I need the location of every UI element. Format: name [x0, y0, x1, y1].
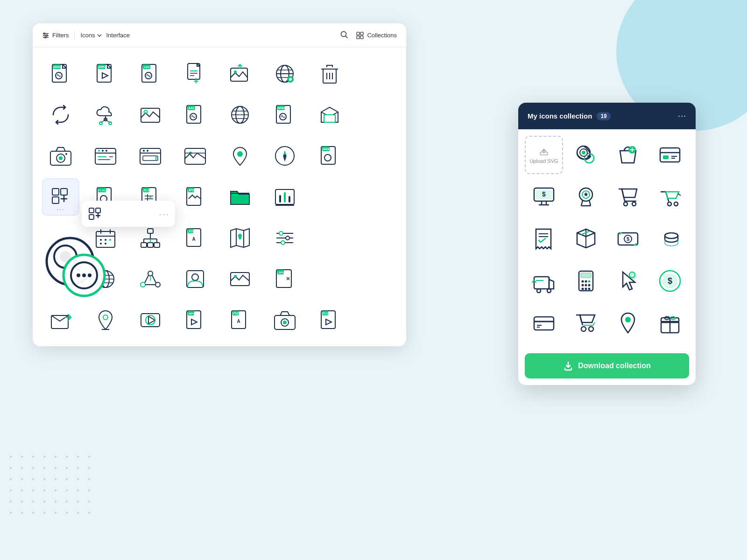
icon-image-upload[interactable] [221, 55, 259, 92]
col-icon-cart[interactable] [609, 178, 647, 216]
icon-photo[interactable] [132, 96, 169, 133]
icon-document[interactable] [176, 55, 214, 92]
svg-rect-63 [324, 115, 335, 122]
icon-folder[interactable] [221, 178, 259, 216]
icon-m4a[interactable]: .M4A [311, 137, 348, 175]
svg-point-162 [192, 274, 198, 280]
col-icon-card[interactable] [651, 136, 689, 174]
col-icon-banknote[interactable]: $ [609, 220, 647, 258]
svg-text:A: A [192, 237, 195, 242]
icon-wma[interactable]: .WMA [266, 96, 303, 133]
svg-line-7 [345, 36, 347, 38]
col-icon-credit-card[interactable] [525, 304, 563, 342]
icon-flv[interactable]: .FLV [311, 301, 348, 339]
col-icon-delivery[interactable] [525, 262, 563, 300]
col-icon-box[interactable] [567, 220, 605, 258]
svg-point-3 [44, 33, 45, 34]
icon-refresh[interactable] [42, 96, 79, 133]
svg-point-72 [106, 150, 107, 152]
icon-wav[interactable]: .WAV [42, 55, 79, 92]
svg-text:.WAV: .WAV [53, 65, 61, 69]
svg-rect-205 [663, 155, 669, 159]
icon-video-play[interactable] [132, 301, 169, 339]
svg-rect-96 [52, 197, 59, 203]
icon-email[interactable] [311, 96, 348, 133]
collection-header: My icons collection 19 ··· [518, 103, 696, 129]
filters-button[interactable]: Filters [42, 32, 69, 39]
col-icon-cart-move[interactable] [651, 178, 689, 216]
col-icon-award[interactable] [567, 178, 605, 216]
icon-globe-2[interactable] [221, 96, 259, 133]
tooltip-more-icon[interactable]: ··· [159, 209, 169, 219]
icon-trash[interactable] [311, 55, 348, 92]
svg-point-235 [537, 289, 541, 293]
svg-text:A: A [237, 319, 240, 324]
svg-line-158 [152, 275, 156, 283]
icon-map-pin-2[interactable] [87, 301, 124, 339]
col-icon-chat[interactable] [567, 136, 605, 174]
icon-psd[interactable]: .PSD A [221, 301, 259, 339]
col-icon-location[interactable] [609, 304, 647, 342]
icon-camera-2[interactable] [266, 301, 303, 339]
col-icon-receipt[interactable] [525, 220, 563, 258]
icon-wmv[interactable]: .WMV [87, 55, 124, 92]
svg-point-276 [82, 273, 86, 277]
svg-point-220 [624, 202, 627, 206]
col-icon-dollar-monitor[interactable]: $ [525, 178, 563, 216]
collection-more-button[interactable]: ··· [678, 111, 686, 121]
search-text: Interface [106, 32, 130, 39]
col-icon-cart-checkout[interactable] [567, 304, 605, 342]
icon-empty-12 [356, 301, 393, 339]
col-icon-shop-bag[interactable] [609, 136, 647, 174]
collection-panel: My icons collection 19 ··· Upload SVG [518, 103, 696, 385]
icon-mp4[interactable]: .MP4 [176, 301, 214, 339]
svg-point-258 [581, 327, 586, 331]
svg-rect-203 [660, 148, 680, 162]
icon-aac[interactable]: .AAC [176, 96, 214, 133]
svg-point-275 [77, 273, 80, 277]
icon-network[interactable] [132, 260, 169, 298]
svg-point-172 [103, 315, 108, 320]
svg-point-260 [625, 317, 631, 322]
svg-text:.PSD: .PSD [232, 312, 239, 315]
download-collection-button[interactable]: Download collection [525, 353, 689, 378]
icon-sliders[interactable] [266, 219, 303, 257]
icon-image-land[interactable] [221, 260, 259, 298]
icon-map[interactable] [221, 219, 259, 257]
col-icon-gift[interactable] [651, 304, 689, 342]
icon-chart[interactable] [266, 178, 303, 216]
icon-camera[interactable] [42, 137, 79, 175]
svg-point-232 [665, 233, 678, 238]
icons-dropdown[interactable]: Icons [80, 32, 102, 39]
icon-jpg-sm[interactable]: .JPG [266, 260, 303, 298]
icon-jpg[interactable]: .JPG [176, 178, 214, 216]
icon-map-pin[interactable] [221, 137, 259, 175]
icon-compass[interactable] [266, 137, 303, 175]
icon-profile[interactable] [176, 260, 214, 298]
icon-cloud-network[interactable] [87, 96, 124, 133]
icon-grid-add[interactable]: ··· [42, 178, 79, 216]
col-icon-coins[interactable] [651, 220, 689, 258]
icon-image-frame[interactable] [176, 137, 214, 175]
search-button[interactable] [340, 30, 348, 41]
icon-xd[interactable]: .XD A [176, 219, 214, 257]
collections-button[interactable]: Collections [356, 31, 397, 40]
icon-browser-edit[interactable] [132, 137, 169, 175]
svg-point-89 [283, 154, 286, 157]
col-icon-calculator[interactable] [567, 262, 605, 300]
icon-window[interactable] [87, 137, 124, 175]
svg-line-217 [589, 200, 591, 206]
chevron-down-icon [97, 33, 102, 38]
toolbar: Filters Icons Interface [33, 23, 406, 48]
svg-point-240 [582, 280, 584, 283]
col-icon-dollar-circle[interactable]: $ [651, 262, 689, 300]
icon-aiff[interactable]: .AIFF [132, 55, 169, 92]
icon-globe[interactable] [266, 55, 303, 92]
icon-empty-7 [311, 219, 348, 257]
svg-text:.FLAC: .FLAC [98, 189, 106, 192]
icon-email-send[interactable] [42, 301, 79, 339]
svg-text:.WMA: .WMA [277, 106, 285, 110]
upload-svg-button[interactable]: Upload SVG [525, 136, 563, 174]
col-icon-cursor[interactable] [609, 262, 647, 300]
svg-point-147 [286, 236, 289, 240]
